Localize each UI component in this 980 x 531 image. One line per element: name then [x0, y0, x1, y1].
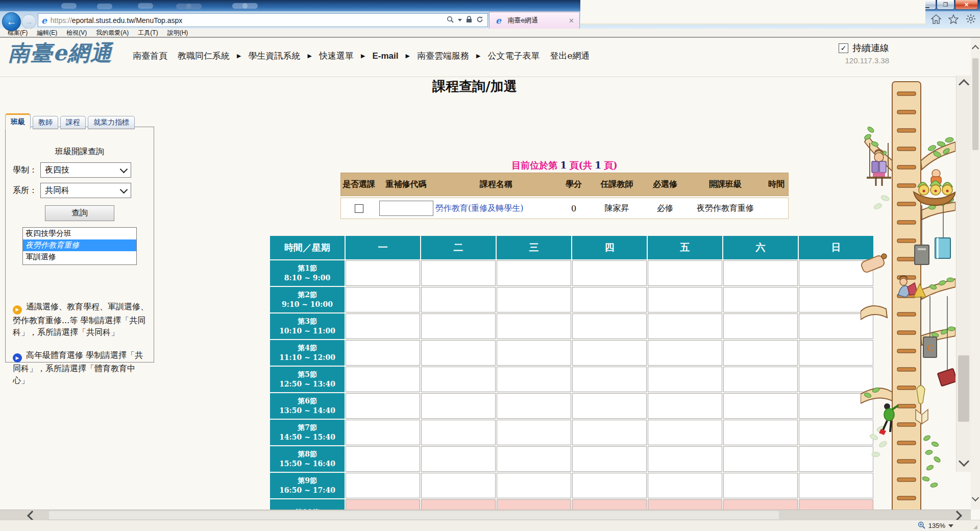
zoom-dropdown-icon[interactable] — [948, 524, 953, 527]
sidebar-tab-3[interactable]: 就業力指標 — [88, 116, 135, 129]
horizontal-scrollbar-thumb[interactable] — [49, 511, 779, 519]
inner-vertical-scrollbar-thumb[interactable] — [958, 355, 969, 422]
department-select[interactable]: 共同科 — [40, 183, 131, 198]
outer-vertical-scrollbar-thumb[interactable] — [972, 58, 978, 150]
timetable-period-header-8: 第9節16:50 ~ 17:40 — [270, 473, 345, 498]
period-time: 9:10 ~ 10:00 — [270, 300, 345, 309]
inner-vertical-scrollbar[interactable] — [956, 76, 971, 472]
timetable-slot — [497, 473, 571, 498]
menu-item-4[interactable]: 工具(T) — [133, 29, 162, 37]
sidebar-tab-0[interactable]: 班級 — [5, 113, 31, 129]
period-time: 10:10 ~ 11:00 — [270, 326, 345, 336]
chevron-down-icon — [120, 165, 128, 173]
nav-item-4[interactable]: E-mail — [367, 51, 403, 61]
keep-alive-checkbox[interactable]: ✓ — [839, 43, 848, 53]
timetable-day-header-3: 四 — [572, 236, 647, 259]
zoom-control[interactable]: 135% — [918, 521, 953, 530]
course-name-link[interactable]: 勞作教育(重修及轉學生) — [435, 203, 557, 214]
timetable-slot — [421, 340, 496, 366]
inner-scroll-up-icon[interactable] — [957, 81, 971, 88]
tab-title: 南臺e網通 — [508, 16, 567, 25]
search-icon[interactable] — [447, 16, 454, 25]
home-icon[interactable] — [931, 14, 941, 24]
site-logo[interactable]: 南臺e網通 — [8, 39, 113, 67]
timetable-slot — [572, 446, 647, 472]
sidebar-tab-1[interactable]: 教師 — [33, 116, 58, 129]
nav-item-0[interactable]: 南臺首頁 — [128, 50, 173, 62]
timetable-slot — [648, 473, 722, 498]
listbox-item-1[interactable]: 夜勞作教育重修 — [23, 239, 136, 251]
retake-code-input[interactable] — [379, 201, 433, 216]
timetable-slot — [346, 313, 420, 339]
system-select[interactable]: 夜四技 — [40, 162, 131, 178]
outer-scroll-up-icon[interactable] — [971, 46, 980, 51]
timetable-slot — [572, 499, 647, 510]
listbox-item-2[interactable]: 軍訓選修 — [23, 251, 136, 263]
refresh-icon[interactable] — [476, 16, 483, 25]
scroll-right-icon[interactable] — [952, 511, 962, 521]
nav-item-2[interactable]: 學生資訊系統 — [243, 50, 305, 62]
timetable-slot — [421, 367, 496, 392]
settings-gear-icon[interactable] — [966, 14, 976, 24]
period-time: 12:50 ~ 13:40 — [270, 379, 345, 389]
listbox-item-0[interactable]: 夜四技學分班 — [23, 228, 136, 239]
outer-scroll-down-icon[interactable] — [971, 495, 980, 500]
back-button[interactable]: ← — [2, 12, 21, 31]
scroll-left-icon[interactable] — [27, 511, 37, 521]
period-label: 第1節 — [270, 263, 345, 273]
nav-item-5[interactable]: 南臺雲端服務 — [412, 50, 474, 62]
timetable-slot — [421, 473, 496, 498]
timetable-slot — [497, 446, 571, 472]
nav-item-6[interactable]: 公文電子表單 — [482, 50, 545, 62]
timetable-slot — [572, 367, 647, 392]
menu-item-5[interactable]: 說明(H) — [163, 29, 193, 37]
panel-title: 班級開課查詢 — [6, 147, 154, 157]
timetable-slot — [723, 420, 798, 445]
timetable-slot — [572, 393, 647, 419]
timetable-period-header-5: 第6節13:50 ~ 14:40 — [270, 393, 345, 419]
nav-item-7[interactable]: 登出e網通 — [545, 50, 595, 62]
select-course-checkbox[interactable] — [355, 204, 363, 213]
nav-item-3[interactable]: 快速選單 — [314, 50, 359, 62]
menu-item-3[interactable]: 我的最愛(A) — [91, 29, 133, 37]
sidebar-note-0: ▶通識選修、教育學程、軍訓選修、勞作教育重修...等 學制請選擇「共同科」，系所… — [13, 301, 150, 338]
horizontal-scrollbar[interactable] — [0, 510, 971, 520]
sidebar-tab-2[interactable]: 課程 — [60, 116, 86, 129]
timetable-slot — [497, 499, 571, 510]
course-col-header-3: 學分 — [557, 179, 591, 190]
timetable-period-header-2: 第3節10:10 ~ 11:00 — [270, 313, 345, 339]
favorites-star-icon[interactable] — [948, 14, 959, 24]
timetable-day-header-5: 六 — [723, 236, 798, 259]
resize-grip[interactable]: ◢ — [973, 524, 978, 529]
timetable-slot — [799, 393, 873, 419]
menu-item-1[interactable]: 編輯(E) — [32, 29, 62, 37]
period-label: 第2節 — [270, 290, 345, 300]
search-dropdown-icon[interactable] — [458, 19, 462, 21]
main-navigation: 南臺首頁教職同仁系統▶學生資訊系統▶快速選單▶E-mail▶南臺雲端服務▶公文電… — [128, 50, 595, 62]
nav-item-1[interactable]: 教職同仁系統 — [173, 50, 235, 62]
site-header: 南臺e網通 南臺首頁教職同仁系統▶學生資訊系統▶快速選單▶E-mail▶南臺雲端… — [0, 38, 971, 77]
maximize-button[interactable]: ❐ — [937, 0, 954, 10]
address-input[interactable]: e https://eportal.stust.edu.tw/MenuTop.a… — [38, 13, 488, 27]
decorative-tree-illustration: C — [861, 77, 955, 510]
inner-scroll-down-icon[interactable] — [957, 457, 971, 465]
forward-button[interactable]: → — [21, 14, 36, 29]
close-button[interactable]: ✕ — [955, 0, 978, 10]
class-listbox[interactable]: 夜四技學分班夜勞作教育重修軍訓選修 — [22, 227, 137, 265]
period-time: 14:50 ~ 15:40 — [270, 432, 345, 442]
keep-alive-label: 持續連線 — [852, 42, 889, 54]
outer-vertical-scrollbar[interactable] — [971, 38, 980, 510]
tab-close-icon[interactable]: ✕ — [567, 17, 576, 25]
page-content: 南臺e網通 南臺首頁教職同仁系統▶學生資訊系統▶快速選單▶E-mail▶南臺雲端… — [0, 38, 971, 510]
course-col-header-5: 必選修 — [643, 179, 687, 190]
timetable-period-header-6: 第7節14:50 ~ 15:40 — [270, 420, 345, 445]
period-label: 第6節 — [270, 396, 345, 406]
browser-tab[interactable]: e 南臺e網通 ✕ — [489, 12, 580, 29]
timetable-slot — [799, 287, 873, 312]
menu-item-2[interactable]: 檢視(V) — [62, 29, 91, 37]
timetable-corner-header: 時間／星期 — [270, 236, 345, 259]
query-button[interactable]: 查詢 — [45, 205, 114, 221]
nav-arrow-icon: ▶ — [235, 53, 243, 59]
period-time: 8:10 ~ 9:00 — [270, 273, 345, 283]
timetable-slot — [648, 367, 722, 392]
